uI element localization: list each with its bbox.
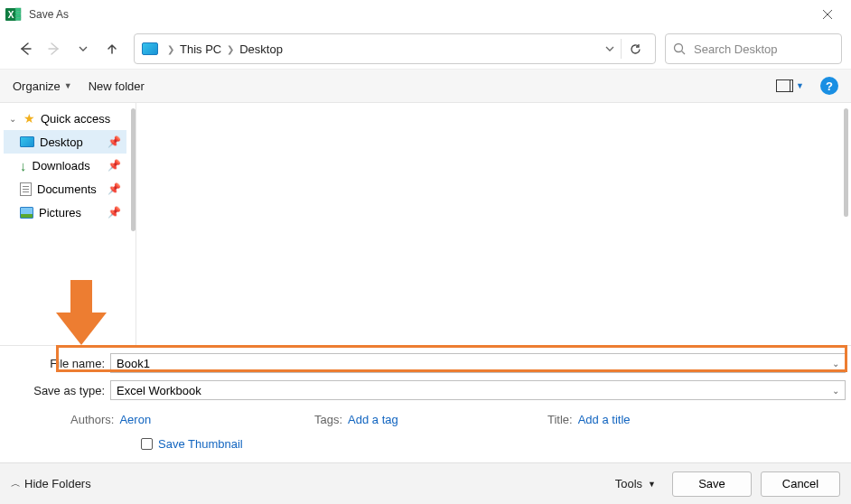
- svg-text:X: X: [8, 10, 14, 20]
- tags-input[interactable]: Add a tag: [348, 413, 398, 426]
- desktop-icon: [20, 136, 34, 147]
- thumbnail-label[interactable]: Save Thumbnail: [158, 437, 243, 451]
- title-label: Title:: [547, 413, 573, 426]
- save-label: Save: [698, 477, 725, 490]
- chevron-down-icon: ▼: [648, 480, 656, 489]
- cancel-label: Cancel: [782, 477, 818, 490]
- savetype-value: Excel Workbook: [117, 384, 201, 397]
- refresh-button[interactable]: [621, 39, 650, 59]
- organize-menu[interactable]: Organize ▼: [13, 79, 72, 93]
- quick-access-node[interactable]: ⌄ ★ Quick access: [4, 107, 136, 130]
- authors-value[interactable]: Aeron: [119, 413, 151, 426]
- close-button[interactable]: [809, 0, 846, 29]
- svg-rect-4: [15, 14, 21, 17]
- form-area: File name: Book1 ⌄ Save as type: Excel W…: [0, 345, 851, 460]
- pin-icon: 📌: [108, 182, 121, 195]
- chevron-right-icon: ❯: [227, 44, 234, 54]
- bottom-bar: ︿ Hide Folders Tools ▼ Save Cancel: [0, 462, 851, 504]
- annotation-arrow: [56, 280, 107, 345]
- sidebar-item-desktop[interactable]: Desktop 📌: [4, 130, 126, 154]
- sidebar-item-label: Documents: [37, 182, 97, 196]
- chevron-down-icon: ▼: [796, 81, 804, 90]
- body-area: ⌄ ★ Quick access Desktop 📌 ↓ Downloads 📌…: [0, 103, 851, 345]
- collapse-icon[interactable]: ⌄: [7, 114, 18, 124]
- tools-menu[interactable]: Tools ▼: [615, 477, 656, 490]
- up-button[interactable]: [99, 36, 125, 61]
- chevron-down-icon[interactable]: ⌄: [832, 359, 839, 369]
- hide-folders-label: Hide Folders: [24, 477, 91, 490]
- content-scrollbar[interactable]: [844, 108, 848, 217]
- svg-rect-2: [15, 8, 21, 11]
- address-bar[interactable]: ❯ This PC ❯ Desktop: [134, 33, 656, 64]
- view-button[interactable]: ▼: [776, 79, 804, 92]
- document-icon: [20, 182, 32, 196]
- sidebar-item-label: Pictures: [39, 206, 81, 219]
- organize-label: Organize: [13, 79, 61, 93]
- chevron-up-icon: ︿: [11, 477, 21, 490]
- svg-rect-10: [70, 280, 92, 313]
- new-folder-label: New folder: [89, 79, 145, 93]
- picture-icon: [20, 207, 33, 219]
- tools-label: Tools: [615, 477, 642, 490]
- chevron-down-icon[interactable]: ⌄: [832, 386, 839, 396]
- svg-rect-5: [15, 18, 21, 21]
- view-icon: [776, 79, 790, 92]
- svg-rect-3: [15, 12, 21, 14]
- save-button[interactable]: Save: [672, 471, 752, 497]
- svg-point-8: [675, 43, 683, 51]
- chevron-down-icon: ▼: [64, 81, 72, 90]
- download-icon: ↓: [20, 158, 27, 173]
- savetype-select[interactable]: Excel Workbook ⌄: [110, 380, 846, 400]
- titlebar: X Save As: [0, 0, 851, 29]
- breadcrumb-root[interactable]: This PC: [176, 41, 225, 58]
- search-box[interactable]: [665, 33, 842, 64]
- svg-line-9: [682, 51, 686, 54]
- title-input[interactable]: Add a title: [578, 413, 631, 426]
- filename-label: File name:: [5, 357, 110, 370]
- sidebar-item-label: Downloads: [33, 159, 90, 173]
- filename-input[interactable]: Book1 ⌄: [110, 353, 846, 373]
- filename-value: Book1: [117, 357, 150, 370]
- location-icon: [142, 42, 158, 55]
- tags-label: Tags:: [314, 413, 342, 426]
- quick-access-label: Quick access: [41, 112, 110, 126]
- search-input[interactable]: [694, 42, 834, 56]
- recent-dropdown[interactable]: [70, 36, 96, 61]
- star-icon: ★: [23, 111, 35, 126]
- search-icon: [673, 42, 687, 56]
- chevron-right-icon: ❯: [167, 44, 174, 54]
- authors-label: Authors:: [70, 413, 114, 426]
- sidebar-item-downloads[interactable]: ↓ Downloads 📌: [4, 154, 126, 177]
- hide-folders-button[interactable]: ︿ Hide Folders: [11, 477, 91, 490]
- file-list-pane[interactable]: [136, 103, 851, 345]
- back-button[interactable]: [13, 36, 38, 61]
- address-dropdown[interactable]: [599, 43, 621, 54]
- forward-button[interactable]: [42, 36, 67, 61]
- sidebar-item-label: Desktop: [40, 135, 83, 149]
- window-title: Save As: [29, 8, 69, 21]
- pin-icon: 📌: [108, 206, 121, 219]
- savetype-label: Save as type:: [5, 384, 110, 397]
- excel-icon: X: [5, 6, 22, 23]
- nav-row: ❯ This PC ❯ Desktop: [0, 29, 851, 69]
- sidebar-item-pictures[interactable]: Pictures 📌: [4, 201, 126, 224]
- new-folder-button[interactable]: New folder: [89, 79, 145, 93]
- help-button[interactable]: ?: [820, 77, 838, 95]
- cancel-button[interactable]: Cancel: [761, 471, 840, 497]
- breadcrumb-current[interactable]: Desktop: [236, 41, 286, 58]
- toolbar: Organize ▼ New folder ▼ ?: [0, 69, 851, 103]
- thumbnail-checkbox[interactable]: [141, 438, 153, 450]
- pin-icon: 📌: [108, 135, 121, 148]
- pin-icon: 📌: [108, 159, 121, 172]
- sidebar-item-documents[interactable]: Documents 📌: [4, 177, 126, 201]
